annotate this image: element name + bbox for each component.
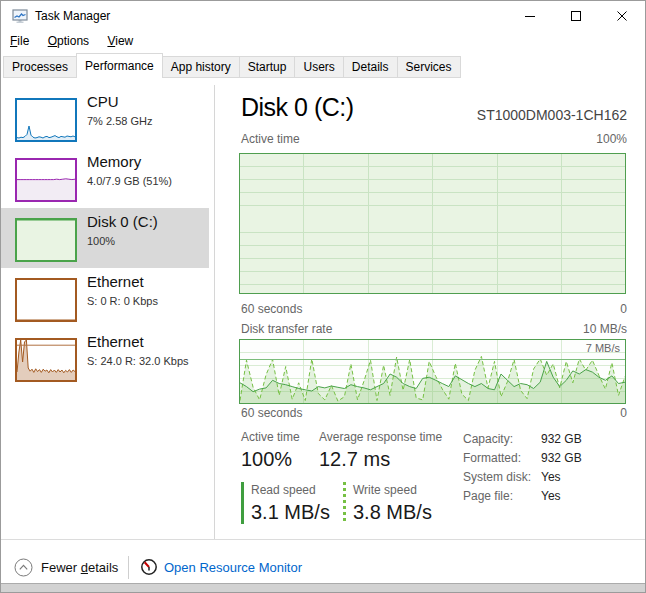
tab-processes[interactable]: Processes bbox=[3, 56, 77, 78]
ethernet1-thumbnail-chart bbox=[15, 278, 77, 322]
tab-users[interactable]: Users bbox=[295, 56, 343, 78]
stat-write-value: 3.8 MB/s bbox=[353, 501, 432, 524]
task-manager-app-icon bbox=[12, 8, 28, 24]
sidebar-item-ethernet-1[interactable]: Ethernet S: 0 R: 0 Kbps bbox=[1, 268, 209, 328]
sidebar-cpu-subtitle: 7% 2.58 GHz bbox=[87, 115, 152, 127]
transfer-rate-chart-max: 10 MB/s bbox=[341, 322, 627, 336]
caption-buttons bbox=[507, 1, 645, 30]
stat-response-value: 12.7 ms bbox=[319, 448, 390, 471]
cpu-sparkline bbox=[17, 100, 75, 140]
close-button[interactable] bbox=[599, 1, 645, 30]
disk-model-label: ST1000DM003-1CH162 bbox=[341, 107, 627, 123]
menu-options[interactable]: Options bbox=[42, 31, 95, 51]
tab-app-history[interactable]: App history bbox=[163, 56, 240, 78]
detail-row-capacity: Capacity: 932 GB bbox=[463, 432, 627, 451]
transfer-rate-x-right: 0 bbox=[341, 406, 627, 420]
threshold-label: 7 MB/s bbox=[586, 342, 620, 354]
sidebar-item-cpu[interactable]: CPU 7% 2.58 GHz bbox=[1, 88, 209, 148]
active-time-chart-label: Active time bbox=[241, 132, 300, 146]
menu-file[interactable]: File bbox=[4, 31, 35, 51]
maximize-button[interactable] bbox=[553, 1, 599, 30]
stat-write-label: Write speed bbox=[353, 483, 417, 497]
window-bottom-edge bbox=[1, 583, 645, 592]
sidebar-disk-subtitle: 100% bbox=[87, 235, 115, 247]
resource-monitor-icon bbox=[140, 558, 158, 576]
sidebar-divider bbox=[214, 85, 215, 539]
tab-performance[interactable]: Performance bbox=[76, 53, 163, 78]
page-title: Disk 0 (C:) bbox=[241, 93, 354, 122]
memory-thumbnail-chart bbox=[15, 158, 77, 202]
sidebar-item-disk[interactable]: Disk 0 (C:) 100% bbox=[1, 208, 209, 268]
detail-row-page-file: Page file: Yes bbox=[463, 489, 627, 508]
cpu-thumbnail-chart bbox=[15, 98, 77, 142]
ethernet2-sparkline bbox=[17, 340, 75, 380]
stat-active-time-label: Active time bbox=[241, 430, 300, 444]
titlebar[interactable]: Task Manager bbox=[1, 1, 645, 31]
transfer-rate-chart-label: Disk transfer rate bbox=[241, 322, 332, 336]
transfer-rate-series bbox=[240, 340, 625, 403]
menubar: File Options View bbox=[1, 31, 645, 53]
stat-active-time-value: 100% bbox=[241, 448, 292, 471]
disk-thumbnail-chart bbox=[15, 218, 77, 262]
threshold-line bbox=[240, 359, 625, 360]
close-icon bbox=[616, 10, 628, 22]
active-time-x-left: 60 seconds bbox=[241, 302, 302, 316]
transfer-rate-chart: 7 MB/s bbox=[239, 339, 626, 404]
minimize-icon bbox=[524, 10, 536, 22]
window-title: Task Manager bbox=[35, 1, 110, 31]
task-manager-window: Task Manager File Options View Processes… bbox=[0, 0, 646, 593]
sidebar-item-ethernet-2[interactable]: Ethernet S: 24.0 R: 32.0 Kbps bbox=[1, 328, 209, 388]
stat-read-value: 3.1 MB/s bbox=[251, 501, 330, 524]
sidebar-ethernet1-title: Ethernet bbox=[87, 273, 144, 290]
tab-services[interactable]: Services bbox=[398, 56, 461, 78]
disk-details-list: Capacity: 932 GB Formatted: 932 GB Syste… bbox=[463, 432, 627, 508]
sidebar-memory-title: Memory bbox=[87, 153, 141, 170]
sidebar-item-memory[interactable]: Memory 4.0/7.9 GB (51%) bbox=[1, 148, 209, 208]
chevron-up-icon bbox=[14, 558, 33, 577]
tab-bar: Processes Performance App history Startu… bbox=[1, 53, 645, 78]
minimize-button[interactable] bbox=[507, 1, 553, 30]
menu-view[interactable]: View bbox=[101, 31, 139, 51]
read-speed-bar bbox=[241, 482, 244, 524]
detail-row-formatted: Formatted: 932 GB bbox=[463, 451, 627, 470]
active-time-chart bbox=[239, 153, 626, 294]
tab-details[interactable]: Details bbox=[344, 56, 398, 78]
active-time-chart-max: 100% bbox=[341, 132, 627, 146]
open-resource-monitor-link[interactable]: Open Resource Monitor bbox=[140, 557, 340, 579]
sidebar-ethernet1-subtitle: S: 0 R: 0 Kbps bbox=[87, 295, 158, 307]
sidebar-disk-title: Disk 0 (C:) bbox=[87, 213, 158, 230]
memory-sparkline bbox=[17, 160, 75, 200]
sidebar-ethernet2-subtitle: S: 24.0 R: 32.0 Kbps bbox=[87, 355, 189, 367]
footer-vertical-divider bbox=[128, 556, 129, 579]
maximize-icon bbox=[570, 10, 582, 22]
write-speed-bar bbox=[343, 482, 346, 524]
detail-row-system-disk: System disk: Yes bbox=[463, 470, 627, 489]
fewer-details-button[interactable]: Fewer details bbox=[14, 558, 124, 578]
ethernet1-sparkline bbox=[17, 280, 75, 320]
sidebar-ethernet2-title: Ethernet bbox=[87, 333, 144, 350]
sidebar-memory-subtitle: 4.0/7.9 GB (51%) bbox=[87, 175, 172, 187]
stat-read-label: Read speed bbox=[251, 483, 316, 497]
ethernet2-thumbnail-chart bbox=[15, 338, 77, 382]
tab-startup[interactable]: Startup bbox=[240, 56, 296, 78]
sidebar-cpu-title: CPU bbox=[87, 93, 119, 110]
footer-divider bbox=[1, 539, 645, 540]
active-time-x-right: 0 bbox=[341, 302, 627, 316]
stat-response-label: Average response time bbox=[319, 430, 442, 444]
disk-sparkline bbox=[17, 220, 75, 260]
transfer-rate-x-left: 60 seconds bbox=[241, 406, 302, 420]
